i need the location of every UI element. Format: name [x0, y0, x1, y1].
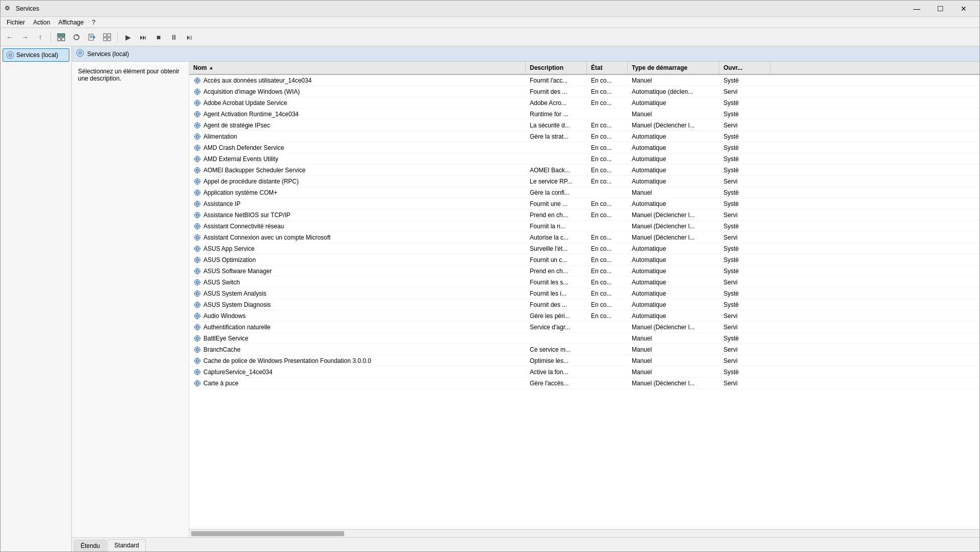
- service-ouv-cell: Servi: [719, 277, 770, 287]
- resume-button[interactable]: ⏯: [182, 30, 196, 44]
- svg-rect-37: [197, 105, 198, 107]
- col-header-nom[interactable]: Nom ▲: [189, 62, 526, 74]
- table-row[interactable]: Carte à puce Gère l'accès... Manuel (Déc…: [189, 378, 979, 389]
- service-desc-cell: Fournit des ...: [526, 86, 587, 97]
- table-row[interactable]: ASUS Software Manager Prend en ch... En …: [189, 266, 979, 277]
- back-button[interactable]: ←: [3, 30, 17, 44]
- col-header-type[interactable]: Type de démarrage: [628, 62, 719, 74]
- tab-etendu[interactable]: Étendu: [74, 540, 107, 551]
- table-row[interactable]: Authentification naturelle Service d'agr…: [189, 322, 979, 333]
- table-row[interactable]: Agent Activation Runtime_14ce034 Runtime…: [189, 109, 979, 120]
- svg-rect-163: [197, 307, 198, 308]
- table-row[interactable]: ASUS Optimization Fournit un c... En co.…: [189, 254, 979, 266]
- service-type-cell: Manuel (Déclencher l...: [628, 322, 719, 332]
- maximize-button[interactable]: ☐: [929, 1, 952, 17]
- table-row[interactable]: ASUS System Diagnosis Fournit des ... En…: [189, 299, 979, 310]
- svg-rect-200: [199, 360, 201, 361]
- horizontal-scrollbar[interactable]: [189, 529, 979, 537]
- table-row[interactable]: Agent de stratégie IPsec La sécurité d..…: [189, 120, 979, 131]
- minimize-button[interactable]: —: [905, 1, 929, 17]
- menu-action[interactable]: Action: [29, 18, 54, 27]
- show-hide-button[interactable]: [54, 30, 68, 44]
- svg-rect-93: [197, 195, 198, 196]
- col-header-ouverture[interactable]: Ouvr...: [719, 62, 770, 74]
- table-row[interactable]: Cache de police de Windows Presentation …: [189, 355, 979, 366]
- svg-rect-46: [199, 114, 201, 115]
- table-row[interactable]: Alimentation Gère la strat... En co... A…: [189, 131, 979, 142]
- table-row[interactable]: Appel de procédure distante (RPC) Le ser…: [189, 176, 979, 187]
- tab-standard[interactable]: Standard: [108, 539, 146, 551]
- table-row[interactable]: AMD External Events Utility En co... Aut…: [189, 153, 979, 165]
- svg-rect-141: [197, 268, 198, 269]
- service-rows[interactable]: Accès aux données utilisateur_14ce034 Fo…: [189, 75, 979, 529]
- service-ouv-cell: Servi: [719, 355, 770, 366]
- svg-rect-151: [199, 282, 201, 283]
- svg-point-28: [197, 91, 198, 92]
- svg-rect-197: [197, 357, 198, 359]
- col-header-etat[interactable]: État: [587, 62, 628, 74]
- table-row[interactable]: CaptureService_14ce034 Active la fon... …: [189, 366, 979, 378]
- menu-affichage[interactable]: Affichage: [54, 18, 88, 27]
- svg-rect-32: [199, 91, 201, 92]
- table-row[interactable]: ASUS App Service Surveille l'ét... En co…: [189, 243, 979, 254]
- svg-rect-158: [199, 293, 201, 294]
- svg-point-63: [197, 147, 198, 148]
- service-name: Appel de procédure distante (RPC): [203, 178, 299, 185]
- service-gear-icon: [193, 121, 201, 129]
- table-row[interactable]: Adobe Acrobat Update Service Adobe Acro.…: [189, 97, 979, 109]
- window-title: Services: [16, 5, 905, 12]
- svg-point-147: [197, 281, 198, 283]
- svg-rect-24: [194, 80, 196, 81]
- service-ouv-cell: Servi: [719, 232, 770, 243]
- nav-item-services-local[interactable]: Services (local): [3, 48, 69, 62]
- table-row[interactable]: ASUS Switch Fournit les s... En co... Au…: [189, 277, 979, 288]
- service-name-cell: Application système COM+: [189, 187, 526, 198]
- table-row[interactable]: Application système COM+ Gère la confi..…: [189, 187, 979, 198]
- svg-rect-155: [197, 290, 198, 292]
- pause-button[interactable]: ⏸: [167, 30, 181, 44]
- service-name-cell: Agent Activation Runtime_14ce034: [189, 109, 526, 119]
- svg-point-91: [197, 192, 198, 193]
- main-content: Services (local) Services (local): [1, 46, 979, 551]
- service-type-cell: Manuel: [628, 366, 719, 377]
- service-ouv-cell: Servi: [719, 176, 770, 187]
- svg-rect-214: [199, 383, 201, 384]
- service-type-cell: Manuel: [628, 187, 719, 198]
- close-button[interactable]: ✕: [952, 1, 975, 17]
- table-row[interactable]: Assistance NetBIOS sur TCP/IP Prend en c…: [189, 209, 979, 221]
- svg-point-126: [197, 248, 198, 249]
- table-row[interactable]: Audio Windows Gère les péri... En co... …: [189, 310, 979, 322]
- table-row[interactable]: Assistant Connexion avec un compte Micro…: [189, 232, 979, 243]
- forward-button[interactable]: →: [18, 30, 32, 44]
- service-desc-cell: Ce service m...: [526, 344, 587, 355]
- menu-help[interactable]: ?: [88, 18, 99, 27]
- svg-rect-123: [199, 237, 201, 238]
- table-row[interactable]: Acquisition d'image Windows (WIA) Fourni…: [189, 86, 979, 97]
- service-etat-cell: En co...: [587, 75, 628, 86]
- h-scroll-thumb[interactable]: [191, 531, 344, 536]
- service-etat-cell: En co...: [587, 120, 628, 130]
- service-name-cell: AOMEI Backupper Scheduler Service: [189, 165, 526, 175]
- table-row[interactable]: Accès aux données utilisateur_14ce034 Fo…: [189, 75, 979, 86]
- service-desc-cell: Le service RP...: [526, 176, 587, 187]
- service-desc-cell: Fournit les i...: [526, 288, 587, 299]
- menu-fichier[interactable]: Fichier: [3, 18, 29, 27]
- export-button[interactable]: [85, 30, 99, 44]
- table-row[interactable]: AMD Crash Defender Service En co... Auto…: [189, 142, 979, 153]
- service-name: AMD Crash Defender Service: [203, 144, 284, 151]
- play-button[interactable]: ▶: [121, 30, 135, 44]
- table-row[interactable]: AOMEI Backupper Scheduler Service AOMEI …: [189, 165, 979, 176]
- table-row[interactable]: ASUS System Analysis Fournit les i... En…: [189, 288, 979, 299]
- next-button[interactable]: ⏭: [136, 30, 150, 44]
- refresh-button[interactable]: [69, 30, 84, 44]
- table-row[interactable]: BranchCache Ce service m... Manuel Servi: [189, 344, 979, 355]
- up-button[interactable]: ↑: [33, 30, 47, 44]
- table-row[interactable]: Assistant Connectivité réseau Fournit la…: [189, 221, 979, 232]
- stop-button[interactable]: ■: [151, 30, 166, 44]
- col-header-description[interactable]: Description: [526, 62, 587, 74]
- description-panel: Sélectionnez un élément pour obtenir une…: [72, 62, 189, 537]
- table-row[interactable]: Assistance IP Fournit une ... En co... A…: [189, 198, 979, 209]
- properties-button[interactable]: [100, 30, 114, 44]
- table-row[interactable]: BattlEye Service Manuel Systè: [189, 333, 979, 344]
- service-desc-cell: [526, 153, 587, 164]
